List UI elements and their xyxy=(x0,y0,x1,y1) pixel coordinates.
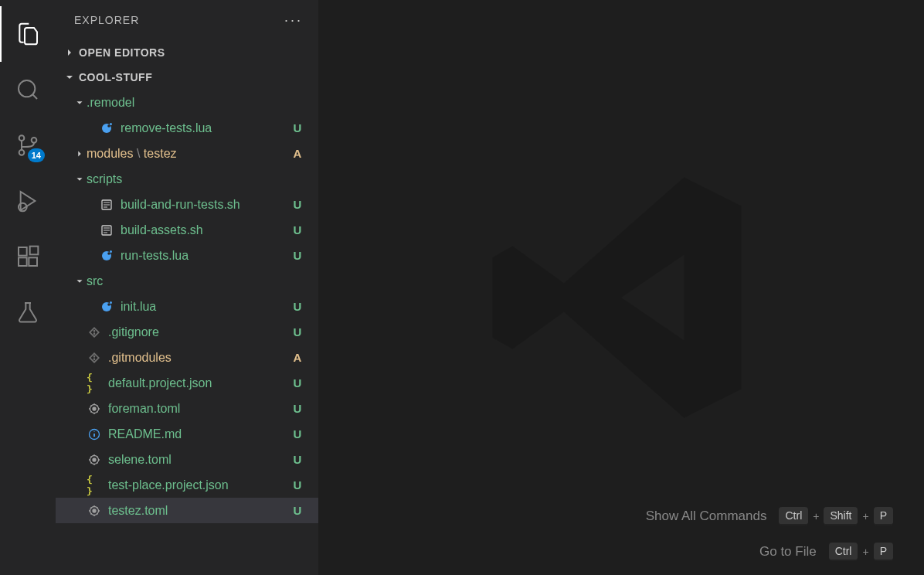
section-open-editors[interactable]: OPEN EDITORS xyxy=(56,40,318,65)
tree-item-label: README.md xyxy=(108,427,290,441)
key-ctrl: Ctrl xyxy=(779,507,808,526)
tree-item-test-place[interactable]: { }test-place.project.jsonU xyxy=(56,472,318,498)
tree-item-scripts[interactable]: scripts xyxy=(56,166,318,192)
git-icon xyxy=(87,350,102,366)
search-icon xyxy=(15,77,40,102)
svg-point-10 xyxy=(107,124,110,128)
key-p: P xyxy=(874,507,893,526)
sidebar-header: EXPLORER ··· xyxy=(56,0,318,40)
tree-item-foreman[interactable]: foreman.tomlU xyxy=(56,396,318,421)
key-ctrl: Ctrl xyxy=(829,543,858,561)
tree-item-init[interactable]: init.luaU xyxy=(56,294,318,319)
flask-icon xyxy=(15,300,40,325)
tree-item-status: U xyxy=(290,504,304,517)
svg-rect-7 xyxy=(29,257,37,266)
tree-item-label: test-place.project.json xyxy=(108,478,290,492)
svg-point-30 xyxy=(93,509,96,512)
section-label: OPEN EDITORS xyxy=(79,46,165,59)
tree-item-status: U xyxy=(290,402,304,415)
activity-testing[interactable] xyxy=(0,284,56,340)
shortcuts-panel: Show All CommandsCtrl+Shift+PGo to FileC… xyxy=(646,507,893,561)
activity-extensions[interactable] xyxy=(0,229,56,284)
shortcut-label: Go to File xyxy=(759,544,817,560)
tree-item-status: U xyxy=(290,300,304,313)
sidebar: EXPLORER ··· OPEN EDITORS COOL-STUFF .re… xyxy=(56,0,318,575)
svg-point-16 xyxy=(110,250,112,253)
chevron-down-icon xyxy=(63,71,76,83)
tree-item-label: foreman.toml xyxy=(108,402,290,416)
sh-icon xyxy=(99,223,114,238)
tree-item-status: U xyxy=(290,478,304,492)
svg-point-19 xyxy=(110,301,112,304)
svg-rect-5 xyxy=(19,247,27,256)
files-icon xyxy=(15,22,40,46)
debug-icon xyxy=(15,189,40,213)
tree-item-label: remove-tests.lua xyxy=(121,121,290,135)
tree-item-label: .gitmodules xyxy=(108,351,290,365)
tree-item-status: U xyxy=(290,453,304,466)
svg-point-28 xyxy=(93,458,96,461)
tree-item-selene[interactable]: selene.tomlU xyxy=(56,447,318,472)
lua-icon xyxy=(99,299,114,315)
shortcut-label: Show All Commands xyxy=(646,509,767,524)
svg-point-3 xyxy=(32,138,37,143)
tree-item-build-assets[interactable]: build-assets.shU xyxy=(56,217,318,243)
activity-explorer[interactable] xyxy=(0,6,56,62)
tree-item-status: U xyxy=(290,121,304,134)
tree-item-status: U xyxy=(290,223,304,236)
tree-item-status: U xyxy=(290,249,304,262)
json-icon: { } xyxy=(87,376,102,391)
sidebar-title: EXPLORER xyxy=(74,14,139,26)
vscode-watermark xyxy=(478,155,764,444)
shortcut-row: Show All CommandsCtrl+Shift+P xyxy=(646,507,893,526)
sh-icon xyxy=(99,197,114,213)
lua-icon xyxy=(99,121,114,136)
tree-item-remove-tests[interactable]: remove-tests.luaU xyxy=(56,115,318,141)
tree-item-status: U xyxy=(290,427,304,441)
tree-item-label: build-assets.sh xyxy=(121,223,290,237)
chevron-right-icon xyxy=(63,46,76,59)
svg-point-15 xyxy=(107,252,110,255)
tree-item-default-json[interactable]: { }default.project.jsonU xyxy=(56,370,318,396)
file-tree: .remodelremove-tests.luaUmodules \ teste… xyxy=(56,90,318,575)
tree-item-label: .remodel xyxy=(87,96,290,110)
tree-item-status: U xyxy=(290,325,304,339)
svg-point-25 xyxy=(93,407,96,410)
shortcut-row: Go to FileCtrl+P xyxy=(646,543,893,561)
section-workspace[interactable]: COOL-STUFF xyxy=(56,65,318,90)
tree-item-testez[interactable]: testez.tomlU xyxy=(56,498,318,523)
tree-item-build-and-run[interactable]: build-and-run-tests.shU xyxy=(56,192,318,217)
tree-item-run-tests[interactable]: run-tests.luaU xyxy=(56,243,318,268)
tree-item-label: default.project.json xyxy=(108,376,290,390)
sidebar-more-button[interactable]: ··· xyxy=(284,12,303,29)
section-label: COOL-STUFF xyxy=(79,71,152,83)
json-icon: { } xyxy=(87,478,102,493)
activity-bar: 14 xyxy=(0,0,56,575)
tree-item-label: src xyxy=(87,274,290,288)
tree-item-gitmodules[interactable]: .gitmodulesA xyxy=(56,345,318,370)
key-p: P xyxy=(874,543,893,561)
tree-item-label: scripts xyxy=(87,172,290,186)
toml-icon xyxy=(87,401,102,417)
svg-point-0 xyxy=(19,80,35,97)
tree-item-status: U xyxy=(290,376,304,390)
extensions-icon xyxy=(15,244,40,269)
tree-item-src[interactable]: src xyxy=(56,268,318,294)
editor-area: Show All CommandsCtrl+Shift+PGo to FileC… xyxy=(318,0,924,575)
info-icon xyxy=(87,427,102,442)
tree-item-label: selene.toml xyxy=(108,453,290,467)
toml-icon xyxy=(87,452,102,468)
activity-search[interactable] xyxy=(0,62,56,117)
tree-item-modules[interactable]: modules \ testezA xyxy=(56,141,318,166)
tree-item-label: testez.toml xyxy=(108,504,290,518)
tree-item-gitignore[interactable]: .gitignoreU xyxy=(56,319,318,345)
tree-item-label: .gitignore xyxy=(108,325,290,339)
svg-point-1 xyxy=(19,135,25,141)
activity-run-debug[interactable] xyxy=(0,173,56,229)
tree-item-remodel[interactable]: .remodel xyxy=(56,90,318,115)
activity-source-control[interactable]: 14 xyxy=(0,117,56,173)
tree-item-label: run-tests.lua xyxy=(121,249,290,263)
tree-item-label: init.lua xyxy=(121,300,290,314)
svg-point-11 xyxy=(110,123,112,125)
tree-item-readme[interactable]: README.mdU xyxy=(56,421,318,447)
